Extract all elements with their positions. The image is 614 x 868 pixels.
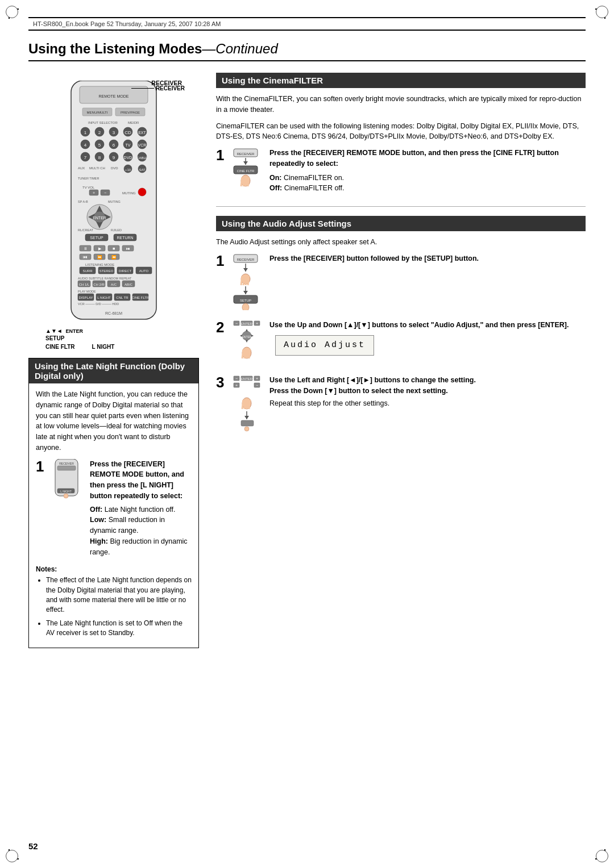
svg-text:TUNER TIMER: TUNER TIMER <box>78 177 99 180</box>
cinema-step1-num: 1 <box>216 148 226 162</box>
svg-text:DVD: DVD <box>124 156 132 160</box>
svg-text:+: + <box>256 322 258 326</box>
svg-text:MUTING: MUTING <box>122 191 136 195</box>
enter-setup-labels: ▲▼◄ ENTER SETUP <box>45 328 182 341</box>
svg-text:CINE FLTR: CINE FLTR <box>132 296 150 299</box>
svg-text:−: − <box>104 191 106 195</box>
svg-marker-177 <box>244 416 249 419</box>
setup-label: SETUP <box>45 335 64 341</box>
svg-text:AUX: AUX <box>78 166 85 170</box>
cinema-step1-text: Press the [RECEIVER] REMOTE MODE button,… <box>269 148 586 194</box>
audio-adjust-display: Audio Adjust <box>269 335 586 356</box>
main-title-suffix: —Continued <box>202 41 277 56</box>
arrow-keys: ▲▼◄ <box>45 328 63 334</box>
audio-step3-instruction1: Use the Left and Right [◄]/[►] buttons t… <box>269 376 476 384</box>
svg-text:DIRECT: DIRECT <box>119 269 132 273</box>
svg-text:STEREO: STEREO <box>99 269 114 273</box>
audio-adjust-section: Using the Audio Adjust Settings The Audi… <box>216 216 586 433</box>
svg-text:5: 5 <box>98 143 101 148</box>
svg-text:PLAY MODE: PLAY MODE <box>78 290 96 293</box>
svg-line-158 <box>244 348 246 358</box>
svg-line-160 <box>249 349 250 358</box>
svg-text:−: − <box>256 383 258 387</box>
svg-point-179 <box>244 427 249 431</box>
svg-text:DISPLAY: DISPLAY <box>79 296 93 299</box>
svg-text:+: + <box>93 191 95 195</box>
late-night-box: Using the Late Night Function (Dolby Dig… <box>28 358 199 648</box>
svg-text:AB/C: AB/C <box>125 283 133 286</box>
svg-marker-132 <box>243 268 248 272</box>
step1-img: RECEIVER L NIGHT <box>53 459 84 500</box>
late-night-title: Using the Late Night Function (Dolby Dig… <box>29 358 198 383</box>
main-title-text: Using the Listening Modes <box>28 41 202 56</box>
svg-text:−: − <box>235 377 238 381</box>
opt-off-value: Late Night function off. <box>105 506 176 514</box>
cinema-step1-instruction: Press the [RECEIVER] REMOTE MODE button,… <box>269 149 559 168</box>
audio-step2-svg: − ENTER + ENTER <box>231 320 262 365</box>
svg-text:RC-681M: RC-681M <box>105 311 122 315</box>
svg-marker-121 <box>243 161 248 165</box>
svg-text:RJ/LED: RJ/LED <box>111 228 122 232</box>
page-container: HT-SR800_En.book Page 52 Thursday, Janua… <box>0 0 614 868</box>
cinema-filter-header: Using the CinemaFILTER <box>216 73 586 88</box>
cine-fltr-label: CINE FLTR <box>45 344 74 350</box>
svg-line-157 <box>242 349 243 358</box>
svg-text:MULTI CH: MULTI CH <box>89 166 105 170</box>
svg-text:ENTER: ENTER <box>241 322 253 326</box>
svg-rect-178 <box>241 420 254 426</box>
svg-text:RECEIVER: RECEIVER <box>59 462 74 465</box>
svg-text:L NIGHT: L NIGHT <box>97 296 111 299</box>
audio-step3-img: − ENTER + + − <box>231 375 265 433</box>
svg-text:+: + <box>256 377 258 381</box>
svg-text:8: 8 <box>98 155 101 160</box>
note-2: The Late Night function is set to Off wh… <box>46 619 192 639</box>
cinema-step1-options: On: CinemaFILTER on. Off: CinemaFILTER o… <box>269 173 586 194</box>
circle-tl <box>6 6 18 18</box>
cinema-step1: 1 RECEIVER CINE FLTR <box>216 148 586 195</box>
svg-text:CD: CD <box>125 130 131 135</box>
audio-step2-text: Use the Up and Down [▲]/[▼] buttons to s… <box>269 320 586 356</box>
step1-options: Off: Late Night function off. Low: Small… <box>90 504 192 558</box>
svg-point-142 <box>242 303 249 310</box>
svg-text:A/C: A/C <box>111 283 117 286</box>
svg-text:VCR: VCR <box>138 143 147 147</box>
notes-list: The effect of the Late Night function de… <box>36 575 192 638</box>
svg-text:+10: +10 <box>125 168 131 172</box>
cinema-opt-off-value: CinemaFILTER off. <box>284 184 345 192</box>
circle-br <box>596 850 608 862</box>
step1-text: Press the [RECEIVER] REMOTE MODE button,… <box>90 459 192 558</box>
remote-svg: REMOTE MODE MENU/MULTI PREV/PAGE INPUT S… <box>54 81 173 325</box>
svg-line-137 <box>248 276 249 285</box>
svg-line-175 <box>249 400 250 409</box>
svg-line-127 <box>246 176 247 186</box>
svg-text:SP A-B: SP A-B <box>78 200 88 203</box>
audio-step1-num: 1 <box>216 253 226 268</box>
left-column: RECEIVER REMOTE MODE MENU/MULTI PREV/PAG… <box>28 73 199 648</box>
audio-step2-num: 2 <box>216 320 226 335</box>
main-title: Using the Listening Modes—Continued <box>28 41 586 61</box>
svg-line-174 <box>247 399 248 409</box>
svg-line-173 <box>244 399 246 409</box>
svg-text:7: 7 <box>84 155 87 160</box>
opt-off-label: Off: <box>90 506 102 514</box>
svg-text:1: 1 <box>84 130 87 135</box>
svg-point-117 <box>64 494 68 498</box>
svg-text:VCR ——— D/D ——— HDD: VCR ——— D/D ——— HDD <box>78 302 119 306</box>
page-number: 52 <box>28 841 38 851</box>
cinema-filter-intro: With the CinemaFILTER, you can soften ov… <box>216 94 586 115</box>
svg-text:RETURN: RETURN <box>117 236 133 240</box>
header-text: HT-SR800_En.book Page 52 Thursday, Janua… <box>33 20 586 27</box>
audio-step1-svg: RECEIVER SETUP <box>231 253 262 310</box>
audio-adjust-intro: The Audio Adjust settings only affect sp… <box>216 237 586 248</box>
audio-step3-text: Use the Left and Right [◄]/[►] buttons t… <box>269 375 586 409</box>
remote-diagram: RECEIVER REMOTE MODE MENU/MULTI PREV/PAG… <box>45 81 182 350</box>
step1-remote-svg: RECEIVER L NIGHT <box>53 459 80 499</box>
svg-text:ENTER: ENTER <box>242 335 252 339</box>
svg-line-172 <box>242 400 243 409</box>
svg-text:⏸: ⏸ <box>84 247 88 251</box>
svg-text:CNL TR: CNL TR <box>116 296 128 299</box>
svg-marker-139 <box>243 291 248 294</box>
opt-high-label: High: <box>90 537 108 545</box>
svg-text:CINE FLTR: CINE FLTR <box>237 169 255 173</box>
receiver-arrow: RECEIVER <box>131 85 185 91</box>
